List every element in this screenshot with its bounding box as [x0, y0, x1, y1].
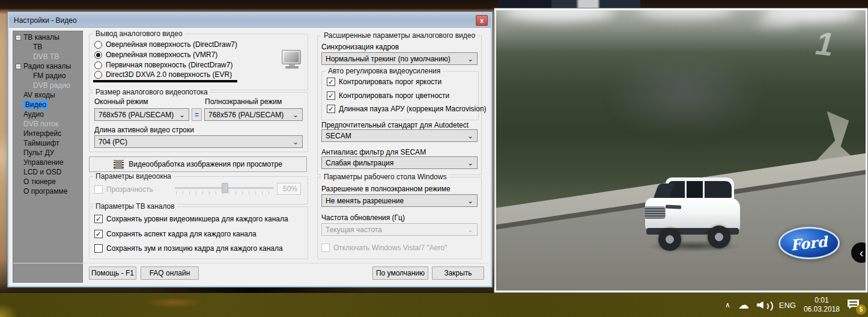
- refresh-rate-select: Текущая частота ⌄: [321, 223, 478, 236]
- radio-overlay-directdraw7[interactable]: Оверлейная поверхность (DirectDraw7): [94, 40, 237, 49]
- show-hidden-icons-button[interactable]: ∧: [725, 301, 730, 309]
- selected-value: 768x576 (PAL/SECAM): [99, 111, 174, 119]
- refresh-rate-label: Частота обновления (Гц): [321, 214, 405, 222]
- speaker-icon[interactable]: [757, 300, 771, 310]
- collapse-icon[interactable]: −: [16, 35, 21, 40]
- keep-zoom-checkbox[interactable]: Сохранять зум и позицию кадра для каждог…: [94, 244, 283, 253]
- active-line-label: Длина активной видео строки: [94, 126, 194, 134]
- tree-item-about-program[interactable]: О программе: [13, 186, 82, 196]
- tree-item-fm-radio[interactable]: FM радио: [13, 71, 82, 81]
- preferred-standard-label: Предпочтительный стандарт для Autodetect: [321, 121, 469, 129]
- checkbox-label: Контролировать порог цветности: [339, 91, 449, 100]
- transparency-checkbox: Прозрачность: [94, 185, 153, 194]
- group-windows-desktop: Параметры рабочего стола Windows Разреше…: [317, 177, 482, 259]
- tree-item-video-selected[interactable]: Видео: [13, 100, 82, 109]
- antialias-label: Антиалиас фильтр для SECAM: [321, 148, 426, 156]
- dialog-titlebar[interactable]: Настройки - Видео x: [9, 13, 491, 28]
- close-button[interactable]: x: [476, 15, 488, 26]
- fullscreen-size-select[interactable]: 768x576 (PAL/SECAM) ⌄: [204, 108, 303, 121]
- group-legend: Авто регулировка видеоусиления: [326, 67, 443, 75]
- channel-one-watermark: 1: [812, 24, 840, 63]
- desktop-photo: [497, 0, 640, 8]
- chroma-threshold-checkbox[interactable]: ✓ Контролировать порог цветности: [327, 91, 449, 100]
- film-strip-icon: [114, 160, 124, 169]
- group-video-window: Параметры видеоокна Прозрачность 50%: [89, 176, 308, 205]
- clock-date: 06.03.2018: [804, 305, 840, 314]
- checkbox-label: Сохранять уровни видеомикшера для каждог…: [106, 215, 288, 223]
- antialias-select[interactable]: Слабая фильтрация ⌄: [321, 156, 478, 169]
- tree-item-tv-channels[interactable]: − ТВ каналы: [13, 32, 82, 42]
- checkbox-label: Контролировать порог яркости: [339, 78, 442, 86]
- black-underline: [93, 80, 237, 82]
- car-windows: [668, 181, 732, 198]
- brightness-threshold-checkbox[interactable]: ✓ Контролировать порог яркости: [327, 78, 442, 86]
- close-icon: x: [480, 17, 484, 24]
- tree-item-av-inputs[interactable]: AV входы: [13, 90, 82, 100]
- radio-icon: [94, 61, 102, 69]
- action-center-button[interactable]: 5: [848, 299, 861, 311]
- tree-item-label: Таймшифт: [23, 139, 59, 147]
- car-rear-wheel: [708, 226, 730, 248]
- tree-item-control[interactable]: Управление: [13, 158, 82, 167]
- tree-item-remote[interactable]: Пульт ДУ: [13, 148, 82, 158]
- onedrive-cloud-icon[interactable]: ☁: [738, 300, 749, 310]
- tree-item-tv[interactable]: ТВ: [13, 42, 82, 52]
- tree-item-interface[interactable]: Интерфейс: [13, 129, 82, 138]
- tree-item-timeshift[interactable]: Таймшифт: [13, 138, 82, 148]
- equal-sizes-button[interactable]: =: [192, 108, 202, 121]
- help-button[interactable]: Помощь - F1: [89, 266, 136, 280]
- fullscreen-mode-label: Полноэкранный режим: [205, 97, 282, 106]
- agc-pause-checkbox[interactable]: ✓ Длинная пауза АРУ (коррекция Macrovisi…: [327, 105, 487, 113]
- language-indicator[interactable]: ENG: [779, 301, 796, 310]
- group-legend: Параметры ТВ каналов: [93, 202, 177, 211]
- collapse-icon[interactable]: −: [16, 64, 21, 69]
- fullscreen-resolution-select[interactable]: Не менять разрешение ⌄: [321, 194, 478, 207]
- video-preview-window[interactable]: Ford 1 ‹: [494, 8, 868, 293]
- radio-primary-directdraw7[interactable]: Первичная поверхность (DirectDraw7): [94, 61, 232, 69]
- cloud: [755, 17, 800, 27]
- tree-item-dvb-radio: DVB радио: [13, 81, 82, 90]
- checkbox-checked-icon: ✓: [94, 230, 103, 238]
- chevron-down-icon: ⌄: [293, 111, 302, 119]
- tree-item-about-tuner[interactable]: О тюнере: [13, 177, 82, 186]
- close-label: Закрыть: [444, 269, 472, 277]
- chevron-left-icon: ‹: [860, 246, 864, 260]
- tree-item-label: AV входы: [23, 91, 55, 99]
- radio-d3d-dxva-evr[interactable]: Direct3D DXVA 2.0 поверхность (EVR): [94, 70, 232, 79]
- tree-item-dvb-stream: DVB поток: [13, 119, 82, 129]
- faq-button[interactable]: FAQ онлайн: [141, 266, 199, 280]
- chevron-down-icon: ⌄: [467, 226, 477, 234]
- preferred-standard-select[interactable]: SECAM ⌄: [321, 129, 478, 142]
- checkbox-icon: [321, 244, 330, 252]
- tree-item-radio-channels[interactable]: − Радио каналы: [13, 61, 82, 71]
- checkbox-label: Сохранять зум и позицию кадра для каждог…: [106, 244, 283, 253]
- tree-item-label: Пульт ДУ: [23, 149, 54, 157]
- checkbox-label: Отключать Windows Vista/7 "Aero": [333, 244, 447, 252]
- tree-item-dvb-tv: DVB ТВ: [13, 52, 82, 61]
- keep-mixer-levels-checkbox[interactable]: ✓ Сохранять уровни видеомикшера для кажд…: [94, 215, 288, 223]
- equals-label: =: [195, 111, 199, 119]
- frame-sync-select[interactable]: Нормальный трекинг (по умолчанию) ⌄: [321, 52, 478, 65]
- tree-item-lcd-osd[interactable]: LCD и OSD: [13, 167, 82, 177]
- chevron-down-icon: ⌄: [179, 111, 189, 119]
- transparency-slider: [175, 183, 274, 195]
- keep-aspect-checkbox[interactable]: ✓ Сохранять аспект кадра для каждого кан…: [94, 230, 256, 238]
- faq-label: FAQ онлайн: [150, 269, 190, 277]
- tree-item-label: Видео: [23, 100, 48, 109]
- close-dialog-button[interactable]: Закрыть: [432, 266, 484, 280]
- video-processing-label: Видеообработка изображения при просмотре: [129, 160, 282, 168]
- defaults-button[interactable]: По умолчанию: [372, 266, 428, 280]
- frame-sync-label: Синхронизация кадров: [321, 43, 399, 51]
- tree-item-audio[interactable]: Аудио: [13, 109, 82, 119]
- windowed-size-select[interactable]: 768x576 (PAL/SECAM) ⌄: [94, 108, 189, 121]
- fullscreen-resolution-label: Разрешение в полноэкранном режиме: [321, 185, 451, 193]
- clock[interactable]: 0:01 06.03.2018: [804, 296, 840, 314]
- radio-icon: [94, 41, 102, 49]
- tree-item-label: Аудио: [23, 110, 44, 118]
- tree-item-label: Интерфейс: [23, 129, 61, 138]
- cloud: [637, 10, 733, 19]
- chevron-down-icon: ⌄: [467, 132, 477, 140]
- video-processing-button[interactable]: Видеообработка изображения при просмотре: [89, 156, 307, 172]
- active-line-select[interactable]: 704 (PC) ⌄: [94, 135, 303, 148]
- radio-overlay-vmr7[interactable]: Оверлейная поверхность (VMR7): [94, 51, 217, 59]
